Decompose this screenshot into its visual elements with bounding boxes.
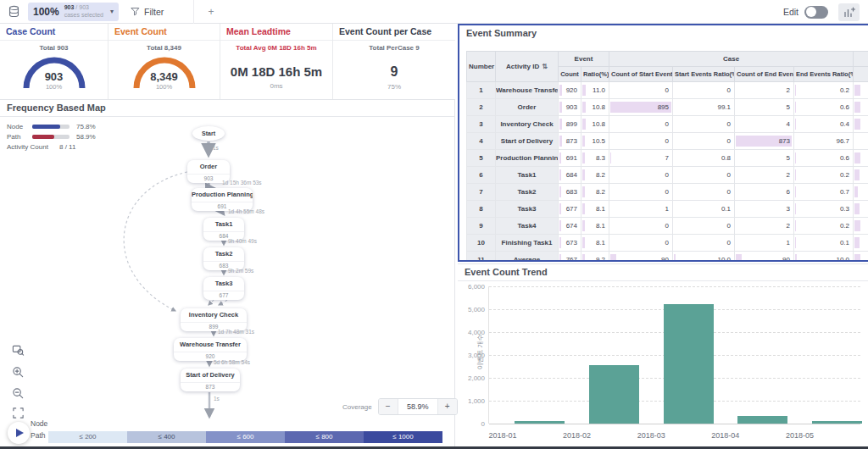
cell-value-bar <box>795 152 796 164</box>
table-cell: 90 <box>609 252 673 261</box>
process-node-inventory-check[interactable]: Inventory Check899 <box>181 308 247 331</box>
table-row[interactable]: 3Inventory Check89910.80040.41D <box>467 116 868 133</box>
table-row[interactable]: 4Start of Delivery87310.50087396.70m <box>467 133 868 150</box>
process-node-task2[interactable]: Task2683 <box>203 247 244 270</box>
row-activity: Inventory Check <box>496 116 559 133</box>
node-label: Task2 <box>203 247 244 261</box>
table-row[interactable]: 1Warehouse Transfer92011.00020.27D <box>467 82 868 99</box>
summary-panel-title: Event Summary <box>459 25 868 42</box>
play-animation-button[interactable] <box>8 422 30 444</box>
trend-bar-2018-04[interactable] <box>737 416 787 424</box>
table-cell: 8.3 <box>581 150 609 167</box>
edge-duration-label: 1d 7h 48m 31s <box>218 329 254 335</box>
table-cell: 677 <box>559 201 581 218</box>
trend-panel-title: Event Count Trend <box>458 264 868 281</box>
row-activity: Task2 <box>496 184 559 201</box>
col-header-activity-id[interactable]: Activity ID⇅ <box>496 52 559 82</box>
table-cell: 0.2 <box>794 218 854 235</box>
table-cell: 7 <box>609 150 673 167</box>
trend-bar-2018-02[interactable] <box>589 365 639 424</box>
table-cell: 1 <box>609 201 673 218</box>
zoom-out-icon[interactable] <box>12 387 25 403</box>
zoom-in-icon[interactable] <box>12 366 25 382</box>
kpi-mean-leadtime[interactable]: Mean Leadtime Total Avg 0M 18D 16h 5m 0M… <box>220 24 333 99</box>
trend-bar-2018-01[interactable] <box>515 421 565 424</box>
row-number: 5 <box>467 150 496 167</box>
table-cell: 10 <box>854 167 868 184</box>
top-toolbar: 100% 903 / 903 cases selected ▾ Filter +… <box>0 0 868 24</box>
event-summary-table-wrap: NumberActivity ID⇅EventCaseEventCountRat… <box>466 51 868 260</box>
kpi-case-count[interactable]: Case Count Total 903 903 100% <box>0 24 108 99</box>
kpi-sub: 100% <box>0 83 108 91</box>
cell-value-bar <box>582 152 585 164</box>
row-activity: Warehouse Transfer <box>496 82 559 99</box>
cell-value-bar <box>795 254 797 260</box>
table-cell: 1 <box>735 235 794 252</box>
sort-icon[interactable]: ⇅ <box>542 63 548 70</box>
process-node-production-planning[interactable]: Production Planning691 <box>192 188 253 211</box>
coverage-increase-button[interactable]: + <box>438 399 457 414</box>
total-cases-count: / 903 <box>75 4 89 10</box>
x-tick-label: 2018-05 <box>786 431 814 440</box>
trend-bar-2018-03[interactable] <box>664 304 714 424</box>
process-node-task3[interactable]: Task3677 <box>203 277 244 300</box>
col-subheader: Count <box>559 67 581 82</box>
coverage-decrease-button[interactable]: − <box>379 399 398 414</box>
trend-bar-2018-05[interactable] <box>812 421 862 424</box>
add-filter-button[interactable]: + <box>208 6 214 18</box>
cell-value-bar <box>795 237 796 248</box>
col-group-case: Case <box>609 52 854 67</box>
kpi-total: Total 903 <box>0 44 108 52</box>
table-row[interactable]: 2Order90310.889599.150.63D <box>467 99 868 116</box>
table-cell: 7D <box>854 82 868 99</box>
event-summary-panel[interactable]: Event Summary NumberActivity ID⇅EventCas… <box>458 24 868 262</box>
trend-chart[interactable]: 이벤트 개수 01,0002,0003,0004,0005,0006,00020… <box>488 286 860 424</box>
table-row[interactable]: 8Task36778.110.130.317 <box>467 201 868 218</box>
add-chart-button[interactable] <box>838 3 860 21</box>
kpi-title: Mean Leadtime <box>220 24 332 41</box>
data-source-icon[interactable] <box>8 5 20 18</box>
table-cell: 0.6 <box>794 99 854 116</box>
table-cell: 5 <box>735 99 794 116</box>
process-node-warehouse-transfer[interactable]: Warehouse Transfer920 <box>174 338 247 361</box>
edit-toggle[interactable] <box>804 6 828 19</box>
table-cell: 873 <box>559 133 581 150</box>
filter-label[interactable]: Filter <box>144 7 164 17</box>
table-cell: 5 <box>735 150 794 167</box>
cell-value-bar <box>795 186 796 197</box>
cell-value-bar <box>582 136 585 147</box>
table-cell: 4 <box>735 116 794 133</box>
process-node-start[interactable]: Start <box>192 126 225 141</box>
table-cell: 0.7 <box>794 184 854 201</box>
row-number: 6 <box>467 167 496 184</box>
process-node-start-of-delivery[interactable]: Start of Delivery873 <box>181 369 240 391</box>
kpi-row: Case Count Total 903 903 100% Event Coun… <box>0 24 455 100</box>
row-number: 2 <box>467 99 496 116</box>
row-number: 10 <box>467 235 496 252</box>
kpi-sub: 75% <box>333 83 455 91</box>
table-cell: 8.2 <box>581 184 609 201</box>
edge-duration-label: 9h 40m 49s <box>228 238 257 244</box>
cell-value-bar <box>559 102 562 113</box>
table-row[interactable]: 6Task16848.20020.210 <box>467 167 868 184</box>
table-row[interactable]: 9Task46748.10020.21D <box>467 218 868 235</box>
region-search-icon[interactable] <box>12 344 25 360</box>
col-subheader: End Events Ratio(%) <box>794 67 854 82</box>
filter-bar: Filter + <box>131 0 214 24</box>
row-activity: Task4 <box>496 218 559 235</box>
table-row[interactable]: 5Production Planning6918.370.850.61D <box>467 150 868 167</box>
case-selection-dropdown[interactable]: 100% 903 / 903 cases selected ▾ <box>28 3 119 21</box>
row-number: 8 <box>467 201 496 218</box>
table-row[interactable]: 11Average7679.29010.09010.01D <box>467 252 868 261</box>
process-node-task1[interactable]: Task1684 <box>203 218 244 241</box>
kpi-event-count-per-case[interactable]: Event Count per Case Total PerCase 9 9 7… <box>333 24 455 99</box>
fullscreen-icon[interactable] <box>12 407 25 423</box>
table-row[interactable]: 7Task26838.20060.75h <box>467 184 868 201</box>
kpi-event-count[interactable]: Event Count Total 8,349 8,349 100% <box>108 24 220 99</box>
table-cell: 1D <box>854 116 868 133</box>
y-tick-label: 5,000 <box>468 306 485 313</box>
table-cell: 691 <box>559 150 581 167</box>
cell-value-bar <box>582 203 585 214</box>
table-row[interactable]: 10Finishing Task16738.10010.121 <box>467 235 868 252</box>
table-cell: 0.2 <box>794 167 854 184</box>
